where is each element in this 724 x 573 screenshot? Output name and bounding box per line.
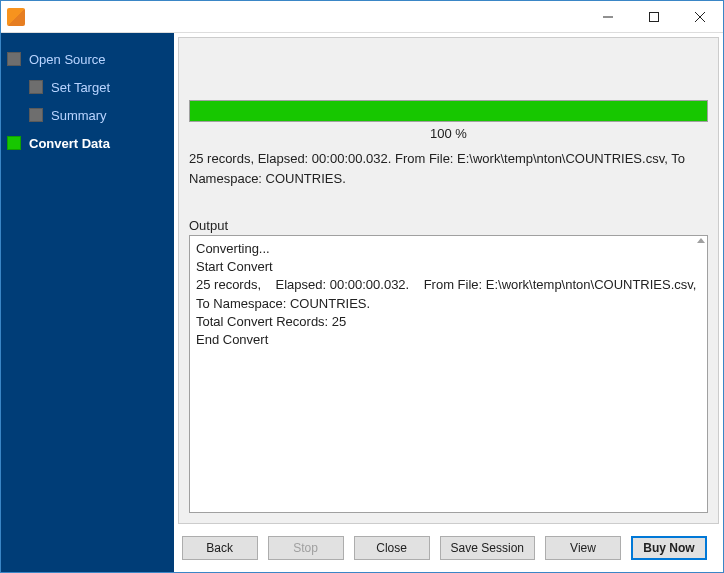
sidebar: Open Source Set Target Summary Convert D… (1, 33, 174, 572)
app-icon (7, 8, 25, 26)
scroll-up-icon[interactable] (697, 238, 705, 243)
back-button[interactable]: Back (182, 536, 258, 560)
step-box-icon (29, 108, 43, 122)
window-controls (585, 1, 723, 32)
sidebar-item-open-source[interactable]: Open Source (1, 45, 174, 73)
sidebar-item-summary[interactable]: Summary (23, 101, 174, 129)
sidebar-item-label: Open Source (29, 52, 106, 67)
save-session-button[interactable]: Save Session (440, 536, 535, 560)
titlebar (1, 1, 723, 33)
body: Open Source Set Target Summary Convert D… (1, 33, 723, 572)
close-button[interactable] (677, 1, 723, 32)
buy-now-button[interactable]: Buy Now (631, 536, 707, 560)
output-box: Converting... Start Convert 25 records, … (189, 235, 708, 513)
progress-area: 100 % (189, 100, 708, 141)
progress-percent-text: 100 % (189, 126, 708, 141)
content-area: 100 % 25 records, Elapsed: 00:00:00.032.… (178, 37, 719, 524)
sidebar-item-label: Set Target (51, 80, 110, 95)
step-box-icon (7, 52, 21, 66)
view-button[interactable]: View (545, 536, 621, 560)
main-panel: 100 % 25 records, Elapsed: 00:00:00.032.… (174, 33, 723, 572)
minimize-button[interactable] (585, 1, 631, 32)
svg-rect-1 (650, 12, 659, 21)
stop-button: Stop (268, 536, 344, 560)
output-label: Output (189, 218, 708, 233)
output-text[interactable]: Converting... Start Convert 25 records, … (190, 236, 707, 512)
progress-bar (189, 100, 708, 122)
sidebar-item-convert-data[interactable]: Convert Data (1, 129, 174, 157)
maximize-button[interactable] (631, 1, 677, 32)
sidebar-item-label: Convert Data (29, 136, 110, 151)
button-row: Back Stop Close Save Session View Buy No… (174, 524, 723, 572)
sidebar-item-label: Summary (51, 108, 107, 123)
step-box-icon (29, 80, 43, 94)
step-box-icon (7, 136, 21, 150)
progress-summary-text: 25 records, Elapsed: 00:00:00.032. From … (189, 149, 708, 188)
progress-bar-fill (190, 101, 707, 121)
close-page-button[interactable]: Close (354, 536, 430, 560)
app-window: Open Source Set Target Summary Convert D… (0, 0, 724, 573)
sidebar-item-set-target[interactable]: Set Target (23, 73, 174, 101)
